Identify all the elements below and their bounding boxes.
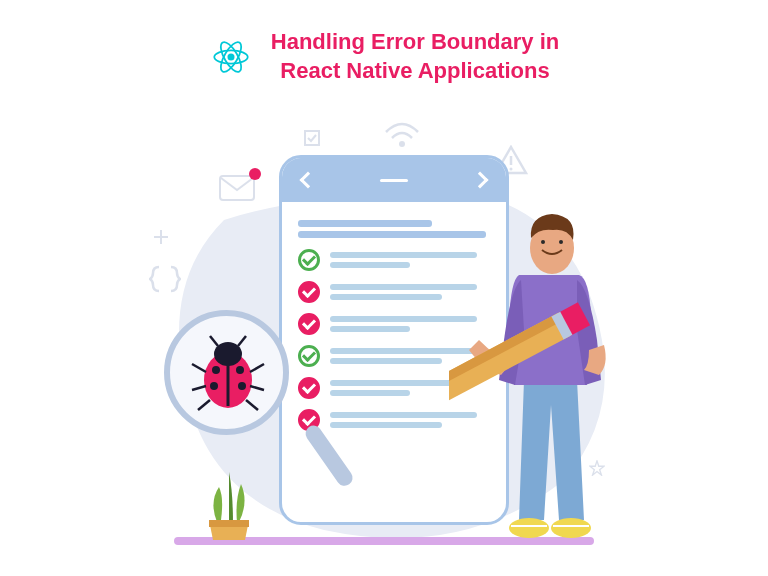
title-line-2: React Native Applications bbox=[280, 58, 549, 83]
svg-point-24 bbox=[559, 240, 563, 244]
bug-icon bbox=[188, 334, 268, 414]
page-title: Handling Error Boundary in React Native … bbox=[271, 28, 559, 85]
magnifying-glass bbox=[164, 310, 309, 455]
notification-dot-icon bbox=[249, 168, 261, 180]
plus-icon bbox=[154, 230, 168, 244]
plant-icon bbox=[199, 462, 259, 542]
title-line-1: Handling Error Boundary in bbox=[271, 29, 559, 54]
check-circle-green-icon bbox=[298, 249, 320, 271]
svg-line-20 bbox=[238, 336, 246, 346]
svg-point-29 bbox=[509, 518, 549, 538]
react-logo-icon bbox=[209, 35, 253, 79]
svg-point-9 bbox=[510, 168, 513, 171]
wifi-icon bbox=[384, 120, 420, 148]
nav-dash-icon bbox=[380, 179, 408, 182]
svg-point-15 bbox=[212, 366, 220, 374]
hero-illustration bbox=[144, 120, 624, 560]
envelope-icon bbox=[219, 175, 255, 201]
header: Handling Error Boundary in React Native … bbox=[0, 0, 768, 85]
svg-point-17 bbox=[210, 382, 218, 390]
svg-rect-4 bbox=[220, 176, 254, 200]
svg-point-18 bbox=[238, 382, 246, 390]
svg-point-7 bbox=[399, 141, 405, 147]
svg-point-16 bbox=[236, 366, 244, 374]
svg-line-19 bbox=[210, 336, 218, 346]
svg-point-0 bbox=[227, 53, 234, 60]
svg-point-23 bbox=[541, 240, 545, 244]
svg-point-30 bbox=[551, 518, 591, 538]
magnifier-lens bbox=[164, 310, 289, 435]
check-circle-pink-icon bbox=[298, 281, 320, 303]
chevron-left-icon bbox=[300, 172, 317, 189]
svg-rect-5 bbox=[305, 131, 319, 145]
person-with-pencil-icon bbox=[449, 180, 649, 550]
svg-rect-21 bbox=[209, 520, 249, 527]
checkbox-icon bbox=[304, 130, 320, 146]
curly-braces-icon bbox=[149, 265, 181, 293]
